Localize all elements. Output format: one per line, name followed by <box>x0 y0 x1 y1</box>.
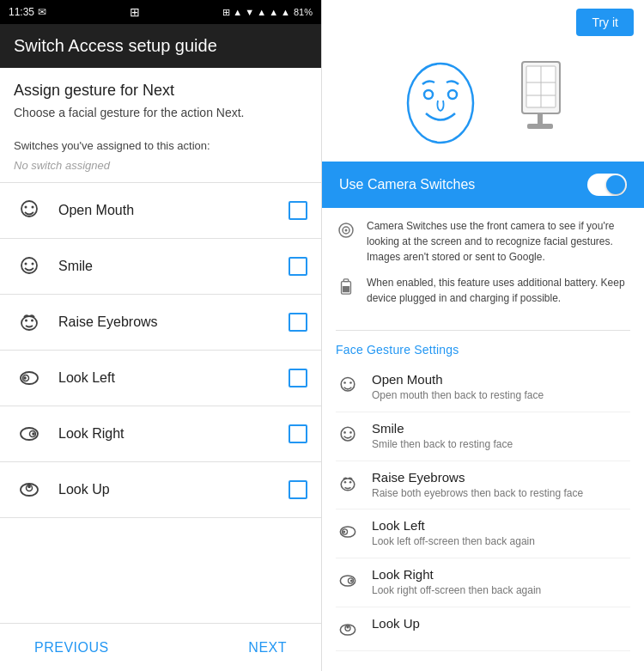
illustration-area <box>322 45 644 162</box>
right-gesture-name-look-up: Look Up <box>372 616 420 631</box>
svg-point-42 <box>349 481 352 484</box>
gesture-item-smile[interactable]: Smile <box>0 239 321 295</box>
right-gesture-item-look-left[interactable]: Look Left Look left off-screen then back… <box>336 509 630 558</box>
status-bar-left: 11:35 ✉ <box>9 6 46 18</box>
assign-section: Assign gesture for Next Choose a facial … <box>0 68 321 129</box>
svg-point-30 <box>345 229 348 232</box>
svg-point-4 <box>25 262 27 265</box>
right-smile-icon <box>336 423 360 447</box>
svg-point-6 <box>21 316 37 330</box>
right-gesture-desc-look-left: Look left off-screen then back again <box>372 534 535 549</box>
battery-info-text: When enabled, this feature uses addition… <box>367 275 630 306</box>
right-raise-eyebrows-icon <box>336 472 360 496</box>
right-gesture-item-raise-eyebrows[interactable]: Raise Eyebrows Raise both eyebrows then … <box>336 461 630 510</box>
svg-rect-32 <box>343 279 348 282</box>
gesture-item-raise-eyebrows[interactable]: Raise Eyebrows <box>0 295 321 351</box>
svg-point-19 <box>424 90 433 99</box>
face-illustration <box>393 53 488 148</box>
right-gesture-text-smile: Smile Smile then back to resting face <box>372 421 513 452</box>
right-open-mouth-icon <box>336 374 360 398</box>
right-gesture-text-look-up: Look Up <box>372 616 420 632</box>
raise-eyebrows-icon <box>14 307 45 338</box>
right-gesture-desc-look-right: Look right off-screen then back again <box>372 583 541 598</box>
look-left-icon <box>14 363 45 393</box>
right-gesture-list: Open Mouth Open mouth then back to resti… <box>322 363 644 671</box>
svg-point-36 <box>349 381 352 384</box>
next-button[interactable]: Next <box>248 640 287 656</box>
gesture-item-look-left[interactable]: Look Left <box>0 351 321 406</box>
smile-icon <box>14 251 45 282</box>
right-gesture-item-smile[interactable]: Smile Smile then back to resting face <box>336 412 630 461</box>
svg-point-51 <box>346 625 349 628</box>
camera-info-text: Camera Switches use the front camera to … <box>367 218 630 265</box>
look-up-icon <box>14 474 45 505</box>
right-gesture-text-look-left: Look Left Look left off-screen then back… <box>372 518 535 549</box>
right-gesture-text-open-mouth: Open Mouth Open mouth then back to resti… <box>372 372 544 403</box>
status-bar: 11:35 ✉ ⊞ ⊞ ▲ ▼ ▲ ▲ ▲ 81% <box>0 0 321 24</box>
svg-point-17 <box>27 485 31 488</box>
svg-point-45 <box>343 531 345 534</box>
gesture-checkbox-look-up[interactable] <box>289 480 307 499</box>
svg-point-38 <box>343 431 346 434</box>
camera-info-icon <box>336 220 356 241</box>
gesture-checkbox-look-left[interactable] <box>289 369 307 387</box>
right-gesture-name-look-right: Look Right <box>372 567 541 582</box>
svg-point-20 <box>448 90 457 99</box>
switches-label: Switches you've assigned to this action: <box>0 129 321 156</box>
status-time: 11:35 <box>9 6 34 18</box>
previous-button[interactable]: Previous <box>34 640 109 656</box>
svg-point-35 <box>343 381 346 384</box>
assign-subtitle: Choose a facial gesture for the action N… <box>14 105 307 122</box>
svg-point-39 <box>349 431 352 434</box>
right-gesture-item-look-up[interactable]: Look Up <box>336 607 630 651</box>
right-look-up-icon <box>336 618 360 642</box>
right-look-left-icon <box>336 520 360 544</box>
right-gesture-text-raise-eyebrows: Raise Eyebrows Raise both eyebrows then … <box>372 470 583 501</box>
battery-level: 81% <box>294 7 313 17</box>
battery-info-icon <box>336 277 356 297</box>
svg-point-2 <box>32 205 34 208</box>
content-area: Assign gesture for Next Choose a facial … <box>0 68 321 623</box>
svg-point-41 <box>344 481 347 484</box>
gesture-item-look-right[interactable]: Look Right <box>0 406 321 462</box>
svg-point-18 <box>408 64 473 143</box>
svg-point-5 <box>32 262 34 265</box>
info-row-camera: Camera Switches use the front camera to … <box>336 218 630 265</box>
gesture-checkbox-raise-eyebrows[interactable] <box>289 313 307 332</box>
right-gesture-name-smile: Smile <box>372 421 513 436</box>
app-header: Switch Access setup guide <box>0 24 321 68</box>
camera-toggle[interactable] <box>587 174 627 196</box>
gesture-name-look-left: Look Left <box>58 370 289 386</box>
app-icon-center: ⊞ <box>130 5 140 19</box>
right-gesture-text-look-right: Look Right Look right off-screen then ba… <box>372 567 541 598</box>
gesture-name-look-right: Look Right <box>58 426 289 442</box>
svg-rect-33 <box>343 286 349 292</box>
right-gesture-name-raise-eyebrows: Raise Eyebrows <box>372 470 583 485</box>
gesture-checkbox-look-right[interactable] <box>289 424 307 443</box>
svg-point-11 <box>23 376 27 380</box>
right-gesture-item-look-right[interactable]: Look Right Look right off-screen then ba… <box>336 558 630 607</box>
face-gesture-title: Face Gesture Settings <box>322 334 644 363</box>
gesture-item-look-up[interactable]: Look Up <box>0 462 321 518</box>
gesture-checkbox-open-mouth[interactable] <box>289 201 307 220</box>
svg-point-8 <box>31 319 33 321</box>
divider-right <box>336 330 630 331</box>
gesture-name-open-mouth: Open Mouth <box>58 203 289 218</box>
try-it-bar: Try it <box>322 0 644 45</box>
signal-icons: ⊞ ▲ ▼ ▲ ▲ ▲ <box>222 7 290 18</box>
svg-point-1 <box>25 205 27 208</box>
right-gesture-desc-smile: Smile then back to resting face <box>372 437 513 452</box>
gesture-item-open-mouth[interactable]: Open Mouth <box>0 183 321 239</box>
right-gesture-desc-open-mouth: Open mouth then back to resting face <box>372 388 544 403</box>
right-gesture-name-look-left: Look Left <box>372 518 535 533</box>
try-it-button[interactable]: Try it <box>576 9 634 36</box>
use-camera-bar[interactable]: Use Camera Switches <box>322 162 644 208</box>
no-switch-text: No switch assigned <box>0 156 321 182</box>
left-panel: 11:35 ✉ ⊞ ⊞ ▲ ▼ ▲ ▲ ▲ 81% Switch Access … <box>0 0 322 671</box>
toggle-knob <box>606 175 625 194</box>
status-bar-right: ⊞ ▲ ▼ ▲ ▲ ▲ 81% <box>222 7 313 18</box>
right-gesture-item-open-mouth[interactable]: Open Mouth Open mouth then back to resti… <box>336 363 630 412</box>
look-right-icon <box>14 418 45 449</box>
app-title: Switch Access setup guide <box>14 36 217 55</box>
gesture-checkbox-smile[interactable] <box>289 257 307 276</box>
